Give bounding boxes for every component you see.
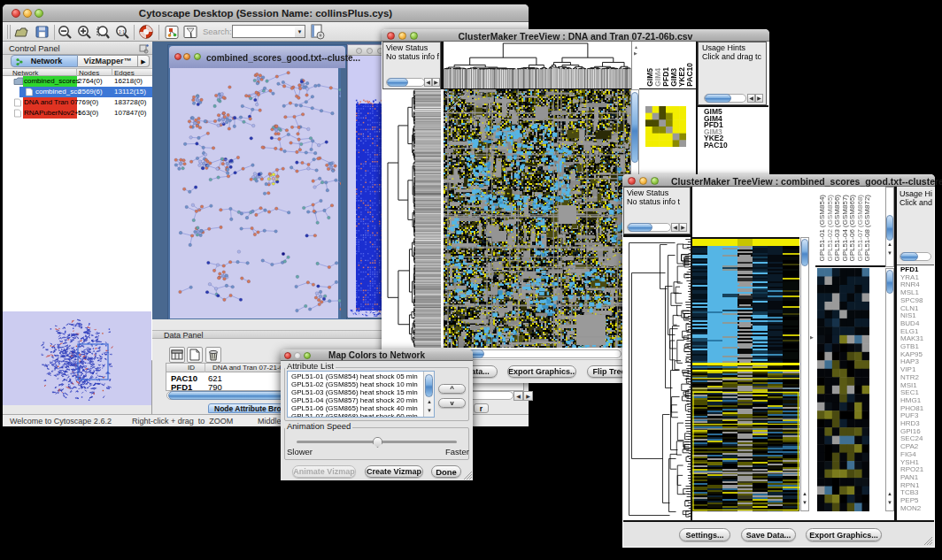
svg-text:1:1: 1:1 <box>119 29 125 35</box>
